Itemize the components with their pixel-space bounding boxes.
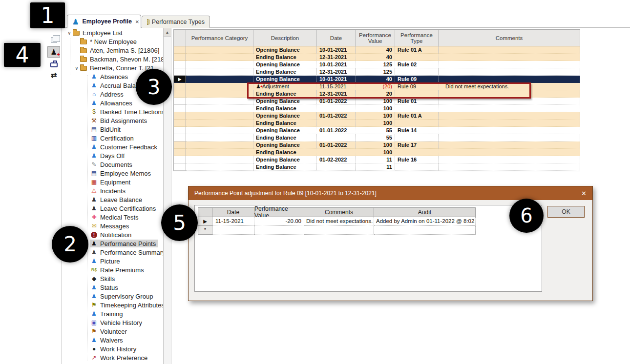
dialog-cell-audit[interactable] bbox=[374, 226, 476, 235]
dialog-header-performance-value[interactable]: Performance Value bbox=[254, 207, 304, 217]
table-row[interactable]: Opening Balance01-01-2022100Rule 01 bbox=[174, 98, 580, 105]
tree-item-skills[interactable]: ◆Skills bbox=[63, 274, 163, 283]
table-row[interactable]: Opening Balance01-01-2022100Rule 17 bbox=[174, 142, 580, 149]
close-icon[interactable]: ✕ bbox=[581, 190, 587, 197]
dialog-header-audit[interactable]: Audit bbox=[374, 207, 476, 217]
tree-item-timekeeping-attributes[interactable]: ⚑Timekeeping Attributes bbox=[63, 301, 163, 309]
folder-icon bbox=[80, 57, 87, 62]
tree-item-incidents[interactable]: ⚠Incidents bbox=[63, 186, 163, 195]
table-row[interactable]: Opening Balance01-02-202211Rule 16 bbox=[174, 156, 580, 163]
tree-item-banked-time-elections[interactable]: $Banked Time Elections bbox=[63, 107, 163, 116]
scroll-up-icon[interactable]: ▲ bbox=[164, 28, 171, 37]
tab-performance-types[interactable]: Performance Types bbox=[142, 16, 210, 28]
dialog-cell-comments[interactable] bbox=[304, 226, 374, 235]
tree-item-training[interactable]: ♟Training bbox=[63, 309, 163, 318]
cell-date: 01-01-2022 bbox=[317, 127, 356, 134]
tree-employee-backman-shevon-m-2180[interactable]: Backman, Shevon M. [2180 bbox=[63, 55, 163, 63]
tree-item-bidunit[interactable]: ▤BidUnit bbox=[63, 125, 163, 134]
value-text: 100 bbox=[383, 149, 392, 155]
table-row[interactable]: Opening Balance10-01-202140Rule 01 A bbox=[174, 46, 580, 54]
cell-description: Opening Balance bbox=[253, 127, 317, 134]
tree-item-leave-certifications[interactable]: ♟Leave Certifications bbox=[63, 204, 163, 213]
chevron-down-icon[interactable]: ∨ bbox=[73, 65, 80, 71]
accrual-balance-icon: ♟ bbox=[90, 82, 98, 89]
dialog-header-comments[interactable]: Comments bbox=[304, 207, 374, 217]
table-row[interactable]: Opening Balance10-01-2021125Rule 02 bbox=[174, 61, 580, 68]
tree-item-customer-feedback[interactable]: ♟Customer Feedback bbox=[63, 142, 163, 151]
tree-item-certification[interactable]: ▥Certification bbox=[63, 134, 163, 142]
tree-employee-new-employee[interactable]: * New Employee bbox=[63, 37, 163, 46]
tree-item-equipment[interactable]: ▦Equipment bbox=[63, 178, 163, 186]
table-row[interactable]: Opening Balance01-01-202255Rule 14 bbox=[174, 127, 580, 134]
tree-item-bid-assignments[interactable]: ⚒Bid Assignments bbox=[63, 116, 163, 125]
tree-item-medical-tests[interactable]: ✚Medical Tests bbox=[63, 213, 163, 222]
table-row[interactable]: ▶Opening Balance10-01-202140Rule 09 bbox=[174, 76, 580, 83]
cell-performance-type: Rule 01 A bbox=[395, 112, 439, 120]
value-text: 11 bbox=[386, 157, 392, 162]
cell-performance-type bbox=[395, 105, 439, 112]
description-text: Ending Balance bbox=[256, 54, 296, 60]
row-selector bbox=[174, 68, 186, 76]
tree-item-work-preference[interactable]: ↗Work Preference bbox=[63, 353, 163, 362]
description-text: Ending Balance bbox=[256, 105, 296, 111]
copy-employee-button[interactable] bbox=[47, 34, 60, 45]
cell-performance-category bbox=[186, 142, 253, 149]
tree-item-leave-balance[interactable]: ♟Leave Balance bbox=[63, 195, 163, 204]
grid-header-performance-category[interactable]: Performance Category bbox=[186, 30, 253, 46]
briefcase-button[interactable] bbox=[47, 58, 60, 69]
table-row[interactable]: Ending Balance12-31-202140 bbox=[174, 54, 580, 61]
tree-item-rate-premiums[interactable]: R$Rate Premiums bbox=[63, 265, 163, 274]
work-history-icon: ● bbox=[90, 345, 98, 352]
table-row[interactable]: Ending Balance55 bbox=[174, 134, 580, 142]
dialog-table-row[interactable]: * bbox=[198, 226, 476, 235]
transfer-button[interactable]: ⇄ bbox=[47, 69, 60, 81]
dialog-cell-date[interactable]: 11-15-2021 bbox=[212, 217, 254, 226]
cell-performance-type: Rule 16 bbox=[395, 156, 439, 163]
tree-item-days-off[interactable]: ♟Days Off bbox=[63, 151, 163, 160]
table-row[interactable]: Ending Balance12-31-2021125 bbox=[174, 68, 580, 76]
value-text: 40 bbox=[386, 47, 392, 53]
dialog-cell-date[interactable] bbox=[212, 226, 254, 235]
employee-add-button[interactable]: ♟ bbox=[47, 46, 60, 58]
table-row[interactable]: Ending Balance100 bbox=[174, 120, 580, 127]
table-row[interactable]: Ending Balance100 bbox=[174, 105, 580, 112]
tab-employee-profile[interactable]: ♟ Employee Profile × bbox=[67, 15, 141, 28]
grid-header-performance-value[interactable]: Performance Value bbox=[356, 30, 395, 46]
dialog-cell-audit[interactable]: Added by Admin on 01-11-2022 @ 8:02 bbox=[374, 217, 476, 226]
grid-header-performance-type[interactable]: Performance Type bbox=[395, 30, 439, 46]
cell-performance-type: Rule 17 bbox=[395, 142, 439, 149]
table-row[interactable]: Ending Balance11 bbox=[174, 163, 580, 171]
grid-header-date[interactable]: Date bbox=[317, 30, 356, 46]
ok-button[interactable]: OK bbox=[547, 206, 585, 218]
close-tab-icon[interactable]: × bbox=[135, 18, 139, 25]
cell-performance-type: Rule 09 bbox=[395, 76, 439, 83]
tree-item-label: Performance Points bbox=[100, 240, 156, 247]
dialog-cell-performance-value[interactable]: -20.00 bbox=[254, 217, 304, 226]
dialog-table-row[interactable]: ▶11-15-2021-20.00Did not meet expectatio… bbox=[198, 217, 476, 226]
tree-item-status[interactable]: ♟Status bbox=[63, 283, 163, 292]
tree-item-work-history[interactable]: ●Work History bbox=[63, 344, 163, 353]
tree-employee-aten-jemima-s-21806[interactable]: Aten, Jemima S. [21806] bbox=[63, 46, 163, 55]
tree-item-employee-memos[interactable]: ▤Employee Memos bbox=[63, 169, 163, 178]
tree-item-supervisory-group[interactable]: ♟Supervisory Group bbox=[63, 292, 163, 301]
cell-date bbox=[317, 149, 356, 156]
dialog-cell-performance-value[interactable] bbox=[254, 226, 304, 235]
messages-icon: ✉ bbox=[90, 222, 98, 229]
tree-item-documents[interactable]: ✎Documents bbox=[63, 160, 163, 169]
tree-root-employee-list[interactable]: ∨ Employee List bbox=[63, 28, 163, 37]
grid-body: Opening Balance10-01-202140Rule 01 AEndi… bbox=[174, 46, 580, 171]
dialog-cell-comments[interactable]: Did not meet expectations. bbox=[304, 217, 374, 226]
table-row[interactable]: Opening Balance01-01-2022100Rule 01 A bbox=[174, 112, 580, 120]
tree-item-vehicle-history[interactable]: ▣Vehicle History bbox=[63, 318, 163, 327]
grid-header-comments[interactable]: Comments bbox=[439, 30, 580, 46]
grid-header-description[interactable]: Description bbox=[253, 30, 317, 46]
chevron-down-icon[interactable]: ∨ bbox=[66, 30, 73, 36]
cell-performance-type bbox=[395, 120, 439, 127]
absences-icon: ♟ bbox=[90, 73, 98, 80]
tree-item-label: BidUnit bbox=[100, 126, 121, 133]
dialog-header-date[interactable]: Date bbox=[212, 207, 254, 217]
description-text: Opening Balance bbox=[256, 127, 300, 133]
tree-item-waivers[interactable]: ♟Waivers bbox=[63, 336, 163, 344]
tree-item-volunteer[interactable]: ⚑Volunteer bbox=[63, 327, 163, 336]
table-row[interactable]: Ending Balance100 bbox=[174, 149, 580, 156]
